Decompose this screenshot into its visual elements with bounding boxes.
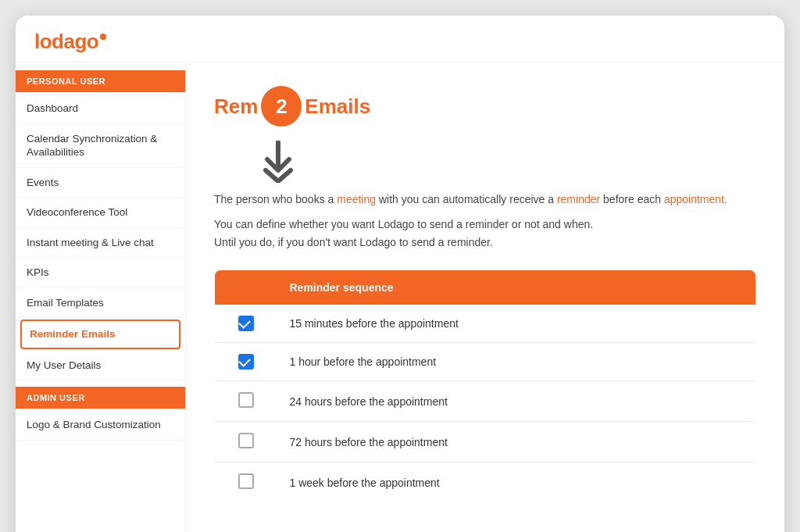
sidebar-item-kpis[interactable]: KPIs — [16, 258, 185, 288]
table-row: 24 hours before the appointment — [215, 381, 756, 422]
desc-appointment: appointment. — [664, 193, 727, 205]
row-label-3: 72 hours before the appointment — [277, 422, 756, 462]
logo-dot — [100, 34, 106, 40]
description-line2: You can define whether you want Lodago t… — [214, 216, 756, 251]
description-line1: The person who books a meeting with you … — [214, 191, 756, 208]
desc-mid2: before each — [600, 193, 664, 205]
checkbox-cell-3[interactable] — [215, 422, 277, 462]
sidebar-item-email-templates[interactable]: Email Templates — [16, 288, 185, 319]
desc-mid: with you can automatically receive a — [376, 193, 557, 205]
main-layout: PERSONAL USER Dashboard Calendar Synchro… — [16, 62, 784, 532]
sidebar-item-logo-brand[interactable]: Logo & Brand Customization — [16, 410, 185, 441]
sidebar: PERSONAL USER Dashboard Calendar Synchro… — [16, 62, 186, 532]
row-label-1: 1 hour before the appointment — [277, 343, 756, 381]
table-row: 72 hours before the appointment — [215, 422, 756, 462]
checkbox-cell-1[interactable] — [215, 343, 277, 381]
checkbox-unchecked[interactable] — [238, 473, 254, 489]
checkbox-unchecked[interactable] — [238, 392, 254, 408]
row-label-4: 1 week before the appointment — [277, 462, 756, 503]
page-header: Rem 2 Emails — [214, 86, 756, 127]
title-prefix: Rem — [214, 95, 258, 119]
row-label-0: 15 minutes before the appointment — [277, 305, 756, 343]
step-badge: 2 — [261, 86, 302, 127]
row-label-2: 24 hours before the appointment — [277, 381, 756, 422]
checkbox-cell-0[interactable] — [215, 305, 277, 343]
sidebar-item-reminder-emails[interactable]: Reminder Emails — [20, 320, 180, 349]
main-content: Rem 2 Emails The person who books a meet… — [186, 62, 784, 532]
table-col2-header: Reminder sequence — [277, 270, 756, 305]
app-window: lodago PERSONAL USER Dashboard Calendar … — [16, 16, 784, 532]
desc-reminder: reminder — [557, 193, 600, 205]
logo: lodago — [34, 30, 766, 54]
logo-text: lodago — [34, 30, 98, 54]
personal-user-header: PERSONAL USER — [16, 70, 185, 92]
checkbox-unchecked[interactable] — [238, 433, 254, 448]
sidebar-item-calendar[interactable]: Calendar Synchronization & Availabilitie… — [16, 124, 185, 168]
arrow-down-icon — [261, 141, 295, 183]
sidebar-item-dashboard[interactable]: Dashboard — [16, 94, 185, 124]
table-row: 15 minutes before the appointment — [215, 305, 756, 343]
arrow-indicator — [261, 141, 756, 183]
checkbox-cell-2[interactable] — [215, 381, 277, 422]
table-header-row: Reminder sequence — [215, 270, 756, 305]
checkbox-checked[interactable] — [238, 354, 254, 370]
sidebar-item-videoconference[interactable]: Videoconference Tool — [16, 198, 185, 228]
top-bar: lodago — [16, 16, 784, 62]
table-row: 1 hour before the appointment — [215, 343, 756, 381]
checkbox-checked[interactable] — [238, 316, 254, 331]
desc-meeting: meeting — [337, 193, 376, 205]
desc-before: The person who books a — [214, 193, 337, 205]
sidebar-item-instant-meeting[interactable]: Instant meeting & Live chat — [16, 228, 185, 259]
admin-user-header: ADMIN USER — [16, 387, 185, 409]
reminder-table: Reminder sequence 15 minutes before the … — [214, 270, 756, 503]
table-col1-header — [215, 270, 277, 305]
sidebar-item-my-user-details[interactable]: My User Details — [16, 351, 185, 381]
checkbox-cell-4[interactable] — [215, 462, 277, 503]
sidebar-item-events[interactable]: Events — [16, 168, 185, 198]
title-suffix: Emails — [305, 95, 370, 119]
table-row: 1 week before the appointment — [215, 462, 756, 503]
